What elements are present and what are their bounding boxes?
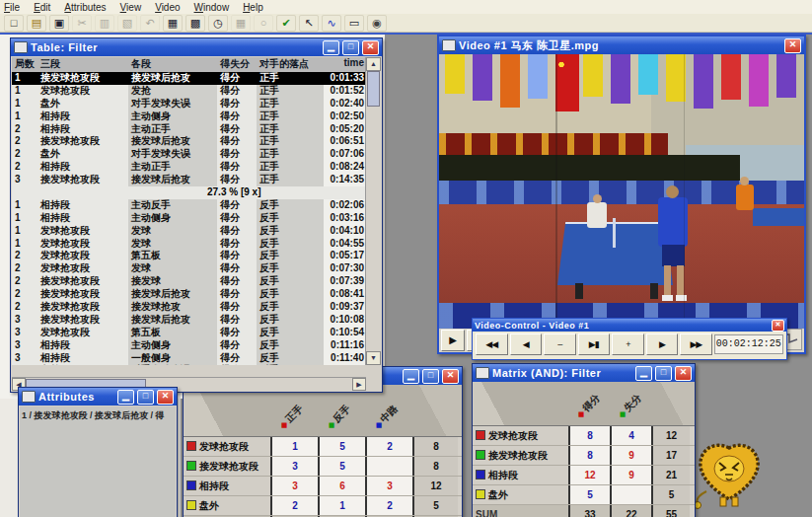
table-row[interactable]: 1发球抢攻段发球得分反手0:04:55 xyxy=(12,238,366,251)
open-icon[interactable]: ▤ xyxy=(27,15,46,32)
table-row[interactable]: 1盘外对手发球失误得分正手0:02:40 xyxy=(12,98,366,111)
close-icon[interactable]: ✕ xyxy=(784,38,801,53)
new-icon[interactable]: □ xyxy=(4,15,24,32)
play-button[interactable]: ▶ xyxy=(441,330,465,351)
table-row[interactable]: 1发球抢攻段发抢得分正手0:01:52 xyxy=(12,85,366,98)
fast-forward-button[interactable]: ▶▶ xyxy=(680,333,712,355)
matrix-cell: 3 xyxy=(270,477,318,495)
minimize-button[interactable]: ▁ xyxy=(635,366,652,381)
group-summary-row: 27.3 % [9 x] xyxy=(12,186,366,199)
check-icon[interactable]: ✔ xyxy=(276,15,296,32)
video-icon[interactable]: ▦ xyxy=(163,15,183,32)
chart-icon[interactable]: ∿ xyxy=(322,15,341,32)
table-row[interactable]: 3相持段一般侧身得分反手0:11:40 xyxy=(12,352,366,365)
step-forward-button[interactable]: ▶ xyxy=(646,333,679,355)
menu-edit[interactable]: Edit xyxy=(34,2,50,13)
table-row[interactable]: 2相持段主动正手得分正手0:05:20 xyxy=(12,123,366,136)
column-header[interactable]: 局数 xyxy=(12,57,37,72)
step-back-button[interactable]: ◀ xyxy=(510,333,543,355)
table-cell: 0:01:33 xyxy=(324,72,366,85)
maximize-button[interactable]: □ xyxy=(137,390,154,405)
close-icon[interactable]: ✕ xyxy=(442,369,459,384)
table-row[interactable]: 3相持段主动侧身得分反手0:11:16 xyxy=(12,339,366,352)
grid-icon: ▦ xyxy=(231,15,251,32)
table-row[interactable]: 2接发球抢攻段接发球得分反手0:07:39 xyxy=(12,275,366,288)
table-row[interactable]: 3接发球抢攻段接发球后抢攻得分正手0:14:35 xyxy=(12,174,366,186)
video-control-title: Video-Control - Video #1 xyxy=(475,321,769,331)
table-row[interactable]: 2盘外对手发球失误得分正手0:07:06 xyxy=(12,148,366,161)
menu-video[interactable]: Video xyxy=(155,2,180,13)
video-window-title: Video #1 马东 陈卫星.mpg xyxy=(459,38,781,53)
matrix-and-title-bar[interactable]: Matrix (AND): Filter ▁ □ ✕ xyxy=(473,364,695,382)
table-cell: 2 xyxy=(12,148,37,161)
minus-button[interactable]: – xyxy=(544,333,576,355)
menu-window[interactable]: Window xyxy=(194,2,230,13)
table-row[interactable]: 2相持段主动正手得分正手0:08:24 xyxy=(12,161,366,174)
rewind-button[interactable]: ◀◀ xyxy=(476,333,508,355)
table-row[interactable]: 3盘外对手发球失误得分反手0:12:27 xyxy=(12,364,366,365)
plus-button[interactable]: + xyxy=(612,333,644,355)
monitor-icon[interactable]: ▭ xyxy=(344,15,364,32)
scroll-thumb[interactable] xyxy=(367,71,380,107)
column-header[interactable]: 对手的落点 xyxy=(257,57,324,72)
menu-help[interactable]: Help xyxy=(243,2,263,13)
minimize-button[interactable]: ▁ xyxy=(403,369,419,384)
close-icon[interactable]: ✕ xyxy=(772,320,784,332)
table-row[interactable]: 1接发球抢攻段接发球后抢攻得分正手0:01:33 xyxy=(12,72,366,85)
minimize-button[interactable]: ▁ xyxy=(117,390,134,405)
row-color-marker xyxy=(186,480,196,490)
table-row[interactable]: 1发球抢攻段发球得分反手0:04:10 xyxy=(12,225,366,238)
table-row[interactable]: 2接发球抢攻段接发球后抢攻得分反手0:08:41 xyxy=(12,288,366,301)
play-pause-button[interactable]: ▶▮ xyxy=(578,333,611,355)
table-row[interactable]: 1相持段主动侧身得分正手0:02:50 xyxy=(12,111,366,123)
menu-attributes[interactable]: Attributes xyxy=(64,2,106,13)
video-window-title-bar[interactable]: Video #1 马东 陈卫星.mpg ✕ xyxy=(439,37,804,54)
table-cell: 3 xyxy=(12,352,37,365)
table-cell: 得分 xyxy=(217,250,257,262)
menu-file[interactable]: File xyxy=(4,2,20,13)
close-icon[interactable]: ✕ xyxy=(362,40,379,55)
maximize-button[interactable]: □ xyxy=(342,40,359,55)
vertical-scrollbar[interactable]: ▲ ▼ xyxy=(365,57,381,365)
maximize-button[interactable]: □ xyxy=(422,369,439,384)
scroll-right-icon[interactable]: ▶ xyxy=(352,378,366,391)
table-cell: 0:05:17 xyxy=(324,250,366,262)
table-row[interactable]: 3接发球抢攻段接发球后抢攻得分反手0:10:08 xyxy=(12,314,366,327)
table-cell: 得分 xyxy=(217,72,257,85)
attributes-title-bar[interactable]: Attributes ▁ □ ✕ xyxy=(19,388,177,406)
table-row[interactable]: 2发球抢攻段第五板得分反手0:05:17 xyxy=(12,250,366,262)
scroll-down-icon[interactable]: ▼ xyxy=(366,351,381,365)
video-frame[interactable] xyxy=(439,54,804,329)
column-header[interactable]: 三段 xyxy=(37,57,128,72)
column-header[interactable]: time xyxy=(324,57,366,72)
column-header[interactable]: 得失分 xyxy=(217,57,257,72)
table-row[interactable]: 2接发球抢攻段接发球后抢攻得分正手0:06:51 xyxy=(12,135,366,148)
scroll-up-icon[interactable]: ▲ xyxy=(366,57,381,71)
column-header[interactable]: 各段 xyxy=(128,57,217,72)
table-row[interactable]: 1相持段主动侧身得分反手0:03:16 xyxy=(12,212,366,225)
table-row[interactable]: 3发球抢攻段第五板得分反手0:10:54 xyxy=(12,327,366,339)
table-row[interactable]: 2接发球抢攻段接发球抢攻得分反手0:09:37 xyxy=(12,301,366,314)
table-row[interactable]: 2发球抢攻段发球得分反手0:07:30 xyxy=(12,262,366,275)
save-icon[interactable]: ▣ xyxy=(49,15,69,32)
close-icon[interactable]: ✕ xyxy=(675,366,692,381)
maximize-button[interactable]: □ xyxy=(655,366,672,381)
cursor-icon[interactable]: ↖ xyxy=(299,15,319,32)
paste-icon: ▧ xyxy=(117,15,137,32)
matrix-row: 发球抢攻段1528 xyxy=(184,437,462,457)
filmstrip-icon[interactable]: ▩ xyxy=(185,15,205,32)
camera-icon[interactable]: ◉ xyxy=(367,15,387,32)
close-icon[interactable]: ✕ xyxy=(157,390,174,405)
scene-near-player-shoe xyxy=(676,295,687,301)
table-row[interactable]: 1相持段主动反手得分反手0:02:06 xyxy=(12,199,366,212)
table-window-title-bar[interactable]: Table: Filter ▁ □ ✕ xyxy=(11,38,382,56)
table-cell: 0:01:52 xyxy=(324,85,366,98)
table-cell: 0:07:30 xyxy=(324,262,366,275)
menu-view[interactable]: View xyxy=(120,2,142,13)
scene-net xyxy=(613,218,616,248)
table-cell: 反手 xyxy=(257,212,324,225)
video-control-title-bar[interactable]: Video-Control - Video #1 ✕ xyxy=(473,319,786,332)
clock-icon[interactable]: ◷ xyxy=(208,15,228,32)
table-cell: 2 xyxy=(12,250,37,262)
minimize-button[interactable]: ▁ xyxy=(323,40,339,55)
